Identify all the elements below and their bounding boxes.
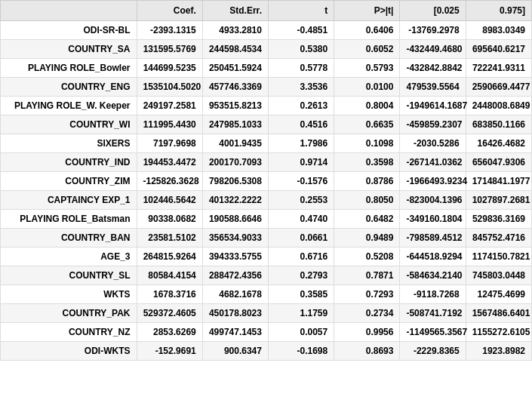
row-coef: 131595.5769 (137, 40, 202, 59)
row-t: 0.3585 (268, 285, 334, 304)
row-ci-high: 1155272.6105 (466, 323, 531, 342)
col-header-coef: Coef. (137, 1, 202, 21)
table-row: COUNTRY_IND194453.4472200170.70930.97140… (1, 153, 532, 172)
row-ci-low: -823004.1396 (400, 191, 466, 210)
row-ci-low: -13769.2978 (400, 21, 466, 40)
table-row: ODI-WKTS-152.9691900.6347-0.16980.8693-2… (1, 342, 532, 361)
row-p: 0.9489 (334, 229, 400, 248)
table-row: COUNTRY_NZ2853.6269499747.14530.00570.99… (1, 323, 532, 342)
table-row: COUNTRY_ENG1535104.5020457746.33693.3536… (1, 78, 532, 97)
col-header-ci-high: 0.975] (466, 1, 531, 21)
row-ci-high: 12475.4699 (466, 285, 531, 304)
row-label: COUNTRY_SL (1, 266, 137, 285)
row-ci-low: -459859.2307 (400, 115, 466, 134)
row-t: 0.2553 (268, 191, 334, 210)
row-stderr: 4933.2810 (202, 21, 268, 40)
row-ci-low: -349160.1804 (400, 210, 466, 229)
row-t: 1.1759 (268, 304, 334, 323)
row-p: 0.5793 (334, 59, 400, 78)
row-stderr: 394333.5755 (202, 248, 268, 266)
col-header-label (1, 1, 137, 21)
row-ci-low: -584634.2140 (400, 266, 466, 285)
table-row: COUNTRY_BAN23581.5102356534.90330.06610.… (1, 229, 532, 248)
regression-table: Coef. Std.Err. t P>|t| [0.025 0.975] ODI… (0, 0, 532, 361)
row-p: 0.7293 (334, 285, 400, 304)
row-label: COUNTRY_ZIM (1, 172, 137, 191)
row-label: ODI-SR-BL (1, 21, 137, 40)
row-ci-high: 16426.4682 (466, 134, 531, 153)
row-label: AGE_3 (1, 248, 137, 266)
row-stderr: 4682.1678 (202, 285, 268, 304)
row-label: COUNTRY_ENG (1, 78, 137, 97)
row-ci-low: -2229.8365 (400, 342, 466, 361)
row-ci-high: 1174150.7821 (466, 248, 531, 266)
row-label: COUNTRY_IND (1, 153, 137, 172)
row-ci-low: -2030.5286 (400, 134, 466, 153)
table-row: COUNTRY_ZIM-125826.3628798206.5308-0.157… (1, 172, 532, 191)
row-p: 0.8004 (334, 97, 400, 115)
row-coef: 1535104.5020 (137, 78, 202, 97)
row-stderr: 499747.1453 (202, 323, 268, 342)
row-p: 0.8693 (334, 342, 400, 361)
row-t: 0.2613 (268, 97, 334, 115)
row-stderr: 457746.3369 (202, 78, 268, 97)
row-coef: 111995.4430 (137, 115, 202, 134)
row-label: SIXERS (1, 134, 137, 153)
col-header-stderr: Std.Err. (202, 1, 268, 21)
row-p: 0.9956 (334, 323, 400, 342)
row-p: 0.6482 (334, 210, 400, 229)
row-ci-high: 722241.9311 (466, 59, 531, 78)
row-p: 0.6052 (334, 40, 400, 59)
row-t: -0.4851 (268, 21, 334, 40)
table-row: ODI-SR-BL-2393.13154933.2810-0.48510.640… (1, 21, 532, 40)
row-ci-low: -432449.4680 (400, 40, 466, 59)
row-ci-high: 695640.6217 (466, 40, 531, 59)
row-p: 0.1098 (334, 134, 400, 153)
row-stderr: 900.6347 (202, 342, 268, 361)
row-ci-high: 2590669.4477 (466, 78, 531, 97)
row-p: 0.2734 (334, 304, 400, 323)
row-coef: 249197.2581 (137, 97, 202, 115)
row-p: 0.8050 (334, 191, 400, 210)
row-p: 0.5208 (334, 248, 400, 266)
row-t: 0.5778 (268, 59, 334, 78)
row-p: 0.6635 (334, 115, 400, 134)
row-ci-low: -1149565.3567 (400, 323, 466, 342)
table-row: PLAYING ROLE_Bowler144699.5235250451.592… (1, 59, 532, 78)
row-p: 0.8786 (334, 172, 400, 191)
row-ci-low: -1966493.9234 (400, 172, 466, 191)
row-stderr: 288472.4356 (202, 266, 268, 285)
row-ci-low: -432842.8842 (400, 59, 466, 78)
row-ci-high: 1027897.2681 (466, 191, 531, 210)
row-coef: -125826.3628 (137, 172, 202, 191)
row-label: COUNTRY_SA (1, 40, 137, 59)
row-stderr: 244598.4534 (202, 40, 268, 59)
row-ci-high: 745803.0448 (466, 266, 531, 285)
row-label: CAPTAINCY EXP_1 (1, 191, 137, 210)
row-ci-high: 8983.0349 (466, 21, 531, 40)
row-stderr: 450178.8023 (202, 304, 268, 323)
row-ci-high: 683850.1166 (466, 115, 531, 134)
row-coef: 194453.4472 (137, 153, 202, 172)
row-ci-low: -644518.9294 (400, 248, 466, 266)
row-coef: 1678.3716 (137, 285, 202, 304)
table-row: PLAYING ROLE_Batsman90338.0682190588.664… (1, 210, 532, 229)
table-row: COUNTRY_SL80584.4154288472.43560.27930.7… (1, 266, 532, 285)
row-ci-high: 656047.9306 (466, 153, 531, 172)
table-row: CAPTAINCY EXP_1102446.5642401322.22220.2… (1, 191, 532, 210)
row-ci-high: 1714841.1977 (466, 172, 531, 191)
row-ci-high: 845752.4716 (466, 229, 531, 248)
col-header-t: t (268, 1, 334, 21)
row-stderr: 798206.5308 (202, 172, 268, 191)
row-ci-high: 2448008.6849 (466, 97, 531, 115)
row-stderr: 953515.8213 (202, 97, 268, 115)
row-coef: 2853.6269 (137, 323, 202, 342)
row-ci-low: -267141.0362 (400, 153, 466, 172)
row-stderr: 356534.9033 (202, 229, 268, 248)
row-t: 0.5380 (268, 40, 334, 59)
row-coef: -2393.1315 (137, 21, 202, 40)
row-p: 0.7871 (334, 266, 400, 285)
table-row: PLAYING ROLE_W. Keeper249197.2581953515.… (1, 97, 532, 115)
row-t: -0.1576 (268, 172, 334, 191)
row-coef: 23581.5102 (137, 229, 202, 248)
